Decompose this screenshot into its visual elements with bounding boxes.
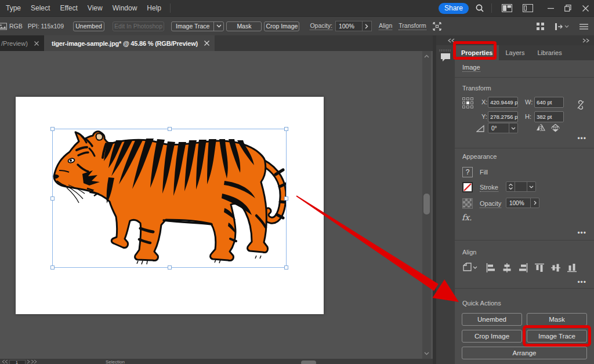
x-field[interactable]: 420.9449 p [488, 97, 518, 108]
dock-options-icon[interactable] [555, 23, 570, 31]
opacity-link[interactable]: Opacity: [310, 22, 332, 30]
image-trace-button-label[interactable]: Image Trace [172, 22, 213, 31]
expand-panels-icon[interactable] [582, 38, 589, 43]
align-more-options[interactable]: ••• [577, 278, 586, 286]
close-button[interactable] [577, 0, 594, 16]
image-trace-dropdown[interactable] [213, 22, 223, 31]
selection-handle[interactable] [284, 196, 288, 201]
stroke-weight-arrows[interactable] [506, 182, 515, 191]
quick-crop-image-button[interactable]: Crop Image [462, 330, 522, 343]
flip-horizontal-icon[interactable] [536, 124, 545, 132]
selection-handle[interactable] [168, 265, 172, 270]
transform-link[interactable]: Transform [399, 22, 426, 30]
opacity-panel-control[interactable]: 100% [506, 198, 539, 208]
next-artboard-icon[interactable] [27, 360, 37, 363]
mask-button[interactable]: Mask [226, 21, 262, 31]
align-horizontal-center-icon[interactable] [502, 263, 512, 272]
minimize-button[interactable] [542, 0, 559, 16]
opacity-panel-arrow[interactable] [530, 198, 539, 208]
fill-label[interactable]: Fill [480, 169, 488, 176]
angle-dropdown-arrow[interactable] [509, 123, 517, 133]
canvas-area[interactable] [0, 51, 433, 359]
selection-handle[interactable] [50, 127, 55, 131]
isolate-selection-icon[interactable] [432, 21, 442, 31]
artboard[interactable] [16, 97, 324, 314]
opacity-label[interactable]: Opacity [480, 200, 501, 208]
scroll-down-icon[interactable] [422, 350, 431, 358]
quick-unembed-button[interactable]: Unembed [462, 313, 522, 326]
selection-handle[interactable] [50, 196, 55, 201]
w-field[interactable]: 640 pt [534, 97, 564, 108]
menu-help[interactable]: Help [142, 0, 166, 16]
fill-swatch[interactable]: ? [462, 167, 473, 177]
workspace-switcher-icon[interactable] [502, 4, 512, 12]
document-tab-active[interactable]: tiger-image-sample.jpg* @ 45.86 % (RGB/P… [44, 35, 215, 51]
opacity-value-field[interactable]: 100% [335, 21, 362, 31]
align-right-icon[interactable] [519, 263, 528, 272]
stroke-weight-value[interactable] [515, 182, 527, 191]
align-bottom-icon[interactable] [567, 263, 577, 272]
selection-handle[interactable] [284, 127, 288, 131]
align-left-icon[interactable] [486, 263, 495, 272]
panel-grip-icon[interactable] [439, 49, 452, 52]
quick-mask-button[interactable]: Mask [527, 313, 587, 326]
panel-icon-strip [436, 45, 455, 364]
first-artboard-icon[interactable] [2, 360, 8, 363]
document-tab-inactive[interactable]: /Preview) [0, 35, 44, 51]
angle-dropdown[interactable]: 0° [488, 123, 518, 133]
reference-point-locator[interactable] [462, 97, 473, 108]
control-bar: RGB PPI: 115x109 Unembed Edit In Photosh… [0, 16, 594, 35]
stroke-swatch[interactable] [462, 182, 473, 192]
selection-handle[interactable] [168, 127, 172, 131]
angle-value[interactable]: 0° [488, 123, 509, 133]
crop-image-button[interactable]: Crop Image [264, 21, 299, 31]
align-link[interactable]: Align [379, 22, 392, 30]
opacity-panel-value[interactable]: 100% [506, 198, 530, 208]
opacity-swatch[interactable] [462, 198, 473, 209]
menu-window[interactable]: Window [107, 0, 142, 16]
stroke-weight-stepper[interactable] [506, 181, 536, 192]
align-top-icon[interactable] [535, 263, 544, 272]
stroke-weight-dropdown[interactable] [527, 182, 535, 191]
image-trace-split-button[interactable]: Image Trace [171, 21, 224, 31]
fx-effects-button[interactable]: fx. [462, 213, 472, 222]
tab-libraries[interactable]: Libraries [531, 45, 568, 60]
menu-view[interactable]: View [82, 0, 107, 16]
stroke-label[interactable]: Stroke [480, 184, 498, 192]
comments-panel-icon[interactable] [440, 52, 451, 63]
close-tab-icon[interactable] [204, 41, 209, 46]
artboard-number-field[interactable]: 1 [9, 360, 26, 364]
flip-vertical-icon[interactable] [551, 124, 560, 132]
vertical-scrollbar[interactable] [422, 51, 431, 359]
selection-handle[interactable] [284, 265, 288, 270]
unembed-button[interactable]: Unembed [73, 21, 104, 31]
opacity-control[interactable]: 100% [335, 21, 372, 31]
appearance-more-options[interactable]: ••• [577, 229, 586, 237]
menu-select[interactable]: Select [26, 0, 55, 16]
y-field[interactable]: 278.2756 p [488, 111, 518, 122]
search-icon[interactable] [475, 3, 484, 13]
selection-bounding-box[interactable] [52, 129, 287, 268]
scroll-up-icon[interactable] [422, 52, 431, 60]
object-type-link[interactable]: Image [462, 64, 480, 72]
align-to-selection-icon[interactable] [462, 263, 477, 272]
restore-button[interactable] [559, 0, 577, 16]
snap-options-icon[interactable] [536, 22, 545, 31]
quick-actions-heading: Quick Actions [462, 300, 501, 307]
align-vertical-center-icon[interactable] [551, 263, 560, 272]
quick-arrange-button[interactable]: Arrange [462, 347, 587, 359]
transform-more-options[interactable]: ••• [577, 134, 586, 143]
share-button[interactable]: Share [439, 3, 469, 14]
horizontal-scrollbar-thumb[interactable] [301, 361, 316, 364]
h-field[interactable]: 382 pt [534, 111, 564, 122]
menu-list-icon[interactable] [579, 23, 588, 30]
menu-type[interactable]: Type [0, 0, 26, 16]
vertical-scrollbar-thumb[interactable] [423, 194, 430, 214]
constrain-proportions-icon[interactable] [576, 100, 585, 110]
opacity-expand-arrow[interactable] [362, 21, 372, 31]
selection-handle[interactable] [50, 265, 55, 270]
document-setup-icon[interactable] [523, 4, 533, 12]
tab-layers[interactable]: Layers [499, 45, 531, 60]
close-tab-icon[interactable] [34, 41, 39, 46]
menu-effect[interactable]: Effect [55, 0, 82, 16]
